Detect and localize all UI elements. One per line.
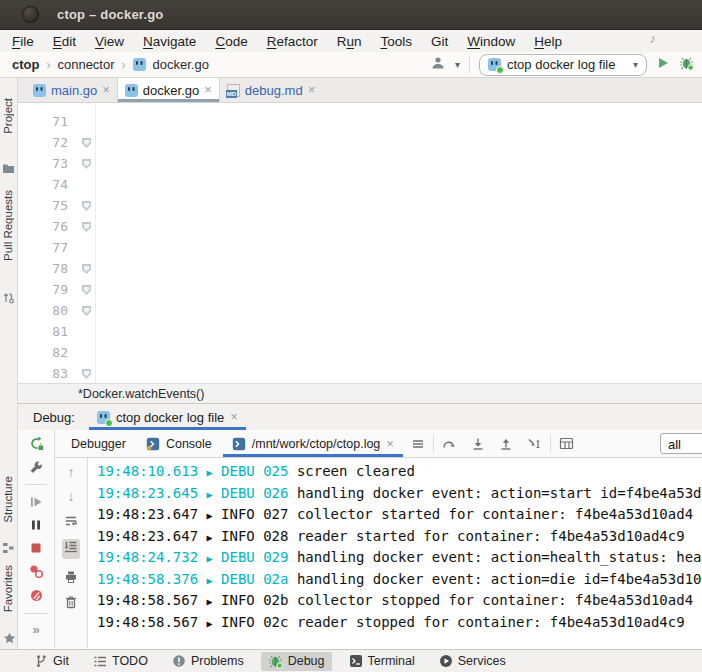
rerun-icon[interactable] [29, 436, 44, 451]
fold-gutter [80, 279, 96, 300]
view-breakpoints-icon[interactable] [29, 564, 44, 579]
log-line: 19:48:58.567 ▶ INFO 02b collector stoppe… [97, 590, 702, 612]
fold-marker-icon[interactable] [82, 264, 91, 274]
log-arrow-icon: ▶ [207, 618, 213, 629]
menu-item-git[interactable]: Git [431, 34, 448, 49]
scroll-top-icon[interactable] [499, 437, 513, 451]
log-output[interactable]: 19:48:10.613 ▶ DEBU 025 screen cleared19… [88, 458, 702, 649]
fold-marker-icon[interactable] [82, 285, 91, 295]
hamburger-icon[interactable] [411, 437, 425, 451]
debug-view-tab-debugger[interactable]: Debugger [62, 430, 135, 457]
log-line: 19:48:10.613 ▶ DEBU 025 screen cleared [97, 461, 702, 483]
context-method: *Docker.watchEvents() [78, 387, 204, 401]
menu-item-tools[interactable]: Tools [380, 34, 412, 49]
pull-requests-icon [2, 291, 15, 304]
debug-session-tab[interactable]: ctop docker log file × [89, 404, 246, 430]
breadcrumb-item-connector[interactable]: connector [57, 57, 114, 72]
log-prefix: 19:48:23.647 ▶ INFO 028 [97, 528, 297, 544]
run-config-select[interactable]: ctop docker log file ▾ [479, 54, 647, 76]
tab-label: main.go [51, 83, 97, 98]
menu-item-edit[interactable]: Edit [53, 34, 76, 49]
code-line: 80} [18, 300, 702, 321]
pause-icon[interactable] [29, 518, 43, 532]
breadcrumb-item-docker-go[interactable]: docker.go [153, 57, 209, 72]
sidebar-item-structure[interactable]: Structure [2, 476, 14, 523]
statusbar-item-problems[interactable]: Problems [165, 652, 251, 670]
log-level-filter[interactable] [660, 433, 702, 454]
fold-marker-icon[interactable] [82, 222, 91, 232]
settings-icon[interactable] [29, 460, 43, 474]
menu-item-navigate[interactable]: Navigate [143, 34, 196, 49]
run-to-cursor-icon[interactable] [527, 437, 542, 451]
sidebar-item-pull-requests[interactable]: Pull Requests [2, 190, 14, 261]
code-line: 82close(cm.closed) [18, 342, 702, 363]
breadcrumb-item-ctop[interactable]: ctop [12, 57, 39, 72]
menu-item-refactor[interactable]: Refactor [267, 34, 318, 49]
sidebar-item-project[interactable]: Project [2, 98, 14, 134]
tab-docker-go[interactable]: docker.go× [117, 78, 220, 102]
menu-item-code[interactable]: Code [215, 34, 247, 49]
tab-debug-md[interactable]: debug.md× [220, 78, 322, 102]
close-icon[interactable]: × [308, 85, 316, 95]
line-number: 76 [18, 216, 80, 237]
menu-item-view[interactable]: View [95, 34, 124, 49]
close-icon[interactable]: × [102, 85, 110, 95]
favorites-star-icon[interactable] [3, 630, 16, 648]
sidebar-item-favorites[interactable]: Favorites [2, 565, 14, 612]
fold-marker-icon[interactable] [82, 306, 91, 316]
log-message: collector started for container: f4be4a5… [297, 506, 693, 522]
fold-marker-icon[interactable] [82, 369, 91, 379]
more-icon[interactable]: » [32, 624, 39, 636]
print-icon[interactable] [64, 570, 78, 584]
structure-icon[interactable] [2, 540, 15, 558]
arrow-up-icon[interactable]: ↑ [68, 466, 75, 479]
fold-marker-icon[interactable] [82, 138, 91, 148]
debug-view-tab-console[interactable]: Console [137, 430, 221, 457]
line-number: 72 [18, 132, 80, 153]
line-number: 82 [18, 342, 80, 363]
arrow-down-icon[interactable]: ↓ [68, 490, 75, 503]
run-button[interactable] [656, 56, 670, 73]
close-icon[interactable]: × [230, 412, 238, 422]
project-folder-icon[interactable] [2, 160, 15, 178]
fold-marker-icon[interactable] [82, 201, 91, 211]
fold-marker-icon[interactable] [82, 159, 91, 169]
debug-view-tab-mnt-work-ctop-ctop-log[interactable]: /mnt/work/ctop/ctop.log× [223, 430, 403, 457]
clear-icon[interactable] [64, 595, 78, 609]
scroll-bottom-icon[interactable] [471, 437, 485, 451]
mute-breakpoints-icon[interactable] [29, 588, 44, 603]
layout-grid-icon[interactable] [559, 437, 574, 450]
user-icon[interactable] [431, 56, 446, 73]
resume-icon[interactable] [29, 495, 43, 509]
scroll-to-end-icon[interactable] [64, 540, 78, 554]
code-editor[interactable]: actionName := strings.Split(e.Action, ":… [18, 103, 702, 383]
close-icon[interactable]: × [386, 439, 394, 449]
debug-button[interactable] [679, 56, 694, 74]
menu-item-run[interactable]: Run [337, 34, 362, 49]
git-branch-icon [35, 654, 48, 668]
play-icon [656, 56, 670, 70]
log-prefix: 19:48:23.645 ▶ DEBU 026 [97, 485, 297, 501]
menu-item-window[interactable]: Window [467, 34, 515, 49]
services-icon [439, 654, 453, 668]
tab-main-go[interactable]: main.go× [26, 78, 117, 102]
pull-requests-icon[interactable] [2, 290, 15, 308]
stop-icon[interactable] [29, 541, 43, 555]
go-file-icon [33, 84, 46, 97]
close-icon[interactable]: × [204, 85, 212, 95]
breadcrumb-separator-icon: › [46, 58, 50, 72]
jump-over-icon[interactable] [442, 437, 457, 450]
notification-icon[interactable]: ♪ [650, 31, 657, 46]
statusbar-item-services[interactable]: Services [432, 652, 513, 670]
line-number: 74 [18, 174, 80, 195]
soft-wrap-icon[interactable] [64, 514, 78, 528]
statusbar-item-todo[interactable]: TODO [86, 652, 155, 670]
statusbar-item-terminal[interactable]: Terminal [342, 652, 422, 670]
fold-gutter [80, 216, 96, 237]
statusbar-item-git[interactable]: Git [28, 652, 76, 670]
menu-item-help[interactable]: Help [534, 34, 562, 49]
window-menu-button[interactable] [22, 6, 39, 23]
debug-view-toolbar: DebuggerConsole/mnt/work/ctop/ctop.log× [55, 430, 702, 458]
menu-item-file[interactable]: File [12, 34, 34, 49]
statusbar-item-debug[interactable]: Debug [261, 652, 332, 671]
